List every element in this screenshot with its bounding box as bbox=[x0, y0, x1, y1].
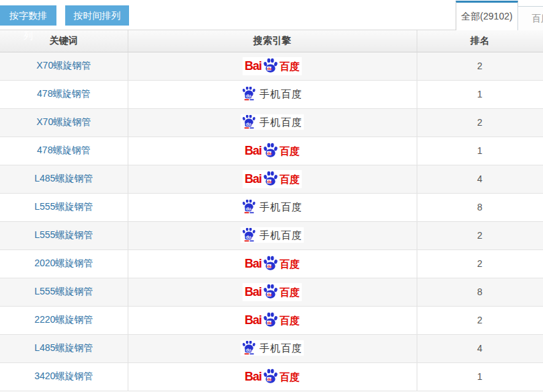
baidu-logo: Bai du 百度 bbox=[243, 170, 302, 188]
mobile-baidu-label: 手机百度 bbox=[259, 202, 302, 212]
mobile-baidu-app-icon: du bbox=[242, 200, 256, 214]
keyword-link[interactable]: 2020螺旋钢管 bbox=[34, 258, 93, 268]
search-engine-cell: Bai du 百度 bbox=[128, 362, 417, 391]
baidu-logo-bai-text: Bai bbox=[245, 145, 261, 157]
keyword-cell: 2220螺旋钢管 bbox=[0, 306, 128, 334]
keyword-cell: 478螺旋钢管 bbox=[0, 80, 128, 108]
rank-cell: 2 bbox=[417, 52, 543, 80]
mobile-baidu-logo: du 手机百度 bbox=[241, 199, 304, 214]
tab-all[interactable]: 全部(29102) bbox=[456, 1, 518, 30]
keyword-cell: L555螺旋钢管 bbox=[0, 193, 128, 221]
keyword-cell: 478螺旋钢管 bbox=[0, 136, 128, 165]
keyword-link[interactable]: L485螺旋钢管 bbox=[34, 342, 93, 353]
baidu-logo-bai-text: Bai bbox=[245, 370, 261, 383]
mobile-baidu-app-icon: du bbox=[242, 228, 256, 242]
table-body: X70螺旋钢管 Bai du 百度 2478螺旋钢管 du 手机百度 1X70螺… bbox=[0, 52, 543, 391]
keyword-link[interactable]: L555螺旋钢管 bbox=[34, 201, 93, 212]
svg-text:du: du bbox=[267, 292, 272, 296]
rank-cell: 2 bbox=[417, 306, 543, 334]
mobile-baidu-logo: du 手机百度 bbox=[241, 114, 304, 130]
svg-text:du: du bbox=[267, 179, 272, 183]
rank-cell: 2 bbox=[417, 108, 543, 136]
baidu-logo-bai-text: Bai bbox=[245, 60, 261, 72]
table-row: L555螺旋钢管 du 手机百度 8 bbox=[0, 193, 543, 221]
svg-text:du: du bbox=[246, 121, 251, 126]
keyword-link[interactable]: 478螺旋钢管 bbox=[37, 145, 90, 155]
baidu-paw-icon: du bbox=[262, 368, 279, 384]
table-row: 478螺旋钢管 Bai du 百度 1 bbox=[0, 136, 543, 165]
sort-by-charcount-button[interactable]: 按字数排列 bbox=[0, 5, 56, 26]
table-row: 2020螺旋钢管 Bai du 百度 2 bbox=[0, 249, 543, 278]
baidu-logo: Bai du 百度 bbox=[243, 311, 302, 329]
svg-text:du: du bbox=[267, 264, 272, 268]
baidu-logo-bai-text: Bai bbox=[245, 286, 261, 298]
baidu-logo-cn-text: 百度 bbox=[280, 174, 300, 184]
rank-cell: 1 bbox=[417, 80, 543, 108]
baidu-logo-cn-text: 百度 bbox=[280, 259, 300, 269]
keyword-cell: L485螺旋钢管 bbox=[0, 165, 128, 193]
keyword-cell: L555螺旋钢管 bbox=[0, 278, 128, 306]
baidu-logo: Bai du 百度 bbox=[243, 368, 302, 386]
rank-cell: 8 bbox=[417, 278, 543, 306]
header-rank: 排名 bbox=[417, 30, 543, 52]
keyword-link[interactable]: X70螺旋钢管 bbox=[36, 116, 91, 127]
keyword-cell: 2020螺旋钢管 bbox=[0, 249, 128, 278]
search-engine-cell: Bai du 百度 bbox=[128, 306, 417, 334]
baidu-logo: Bai du 百度 bbox=[243, 142, 302, 160]
keyword-cell: 3420螺旋钢管 bbox=[0, 362, 128, 391]
baidu-logo: Bai du 百度 bbox=[243, 57, 302, 75]
keyword-cell: X70螺旋钢管 bbox=[0, 108, 128, 136]
rank-cell: 2 bbox=[417, 249, 543, 278]
rank-cell: 8 bbox=[417, 193, 543, 221]
baidu-paw-icon: du bbox=[262, 143, 279, 158]
tab-baidu[interactable]: 百度 bbox=[517, 6, 543, 30]
mobile-baidu-label: 手机百度 bbox=[259, 89, 302, 99]
baidu-logo-bai-text: Bai bbox=[245, 258, 261, 270]
keyword-link[interactable]: L555螺旋钢管 bbox=[34, 286, 93, 297]
table-row: X70螺旋钢管 Bai du 百度 2 bbox=[0, 52, 543, 80]
keyword-cell: L555螺旋钢管 bbox=[0, 221, 128, 249]
search-engine-cell: du 手机百度 bbox=[128, 221, 417, 249]
table-row: L485螺旋钢管 du 手机百度 4 bbox=[0, 334, 543, 362]
search-engine-cell: Bai du 百度 bbox=[128, 249, 417, 278]
mobile-baidu-logo: du 手机百度 bbox=[241, 227, 304, 243]
baidu-paw-icon: du bbox=[262, 171, 279, 186]
baidu-logo: Bai du 百度 bbox=[243, 255, 302, 273]
keyword-link[interactable]: L555螺旋钢管 bbox=[34, 229, 93, 240]
baidu-paw-icon: du bbox=[262, 58, 279, 73]
sort-by-time-button[interactable]: 按时间排列 bbox=[65, 5, 129, 26]
baidu-logo-cn-text: 百度 bbox=[280, 287, 300, 297]
baidu-paw-icon: du bbox=[262, 256, 279, 271]
table-row: 478螺旋钢管 du 手机百度 1 bbox=[0, 80, 543, 108]
header-keyword: 关键词 bbox=[0, 30, 128, 52]
mobile-baidu-logo: du 手机百度 bbox=[241, 86, 304, 102]
keyword-link[interactable]: 3420螺旋钢管 bbox=[34, 370, 93, 381]
baidu-paw-icon: du bbox=[262, 312, 279, 327]
table-row: 2220螺旋钢管 Bai du 百度 2 bbox=[0, 306, 543, 334]
rank-cell: 2 bbox=[417, 221, 543, 249]
baidu-logo-cn-text: 百度 bbox=[280, 372, 300, 382]
baidu-logo-cn-text: 百度 bbox=[280, 315, 300, 325]
top-toolbar: 按字数排列 按时间排列 全部(29102) 百度 bbox=[0, 0, 543, 30]
svg-text:du: du bbox=[267, 377, 272, 381]
rank-cell: 1 bbox=[417, 136, 543, 165]
mobile-baidu-app-icon: du bbox=[242, 341, 256, 355]
baidu-logo-cn-text: 百度 bbox=[280, 61, 300, 71]
table-row: L485螺旋钢管 Bai du 百度 4 bbox=[0, 165, 543, 193]
svg-text:du: du bbox=[267, 151, 272, 155]
search-engine-cell: du 手机百度 bbox=[128, 108, 417, 136]
search-engine-cell: Bai du 百度 bbox=[128, 136, 417, 165]
search-engine-cell: du 手机百度 bbox=[128, 193, 417, 221]
baidu-paw-icon: du bbox=[262, 284, 279, 299]
header-search-engine: 搜索引擎 bbox=[128, 30, 417, 52]
keyword-link[interactable]: L485螺旋钢管 bbox=[34, 173, 93, 184]
keyword-link[interactable]: X70螺旋钢管 bbox=[36, 60, 91, 71]
table-row: X70螺旋钢管 du 手机百度 2 bbox=[0, 108, 543, 136]
keyword-link[interactable]: 2220螺旋钢管 bbox=[34, 314, 93, 325]
search-engine-cell: Bai du 百度 bbox=[128, 165, 417, 193]
mobile-baidu-label: 手机百度 bbox=[259, 343, 302, 353]
keyword-link[interactable]: 478螺旋钢管 bbox=[37, 88, 90, 99]
keyword-cell: L485螺旋钢管 bbox=[0, 334, 128, 362]
baidu-logo-cn-text: 百度 bbox=[280, 146, 300, 156]
keyword-ranking-page: 按字数排列 按时间排列 全部(29102) 百度 关键词 搜索引擎 排名 X70… bbox=[0, 0, 543, 392]
